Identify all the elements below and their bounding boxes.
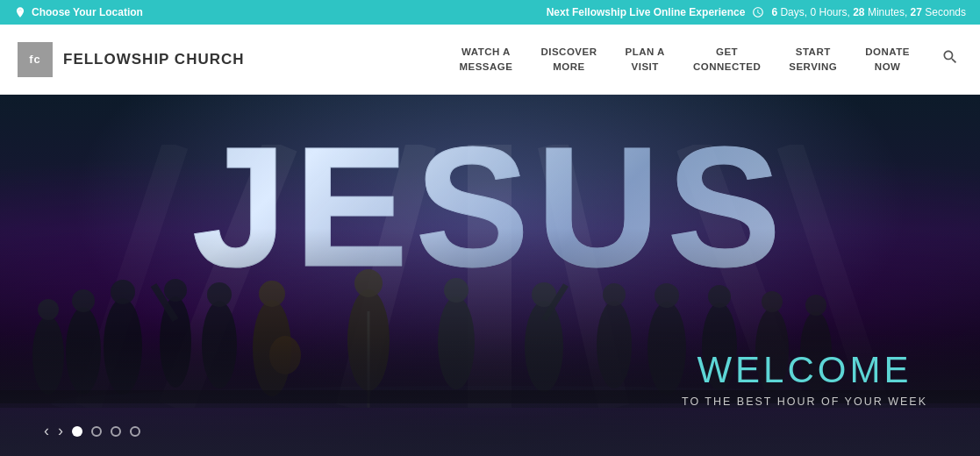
nav-menu: WATCH AMESSAGE DISCOVERMORE PLAN AVISIT … (459, 45, 962, 74)
seconds-label: Seconds (925, 6, 966, 18)
clock-icon (752, 6, 764, 18)
carousel-next-button[interactable]: › (58, 422, 63, 440)
nav-donate[interactable]: DONATENOW (865, 45, 910, 73)
nav-connected[interactable]: GETCONNECTED (693, 45, 761, 73)
hours-value: 0 (810, 6, 816, 18)
live-section: Next Fellowship Live Online Experience 6… (547, 6, 966, 18)
carousel-dot-1[interactable] (72, 426, 82, 437)
minutes-label: Minutes, (868, 6, 907, 18)
welcome-section: WELCOME TO THE BEST HOUR OF YOUR WEEK (682, 350, 927, 408)
search-icon (941, 48, 959, 66)
carousel-dot-2[interactable] (91, 426, 102, 437)
live-label: Next Fellowship Live Online Experience (547, 6, 746, 18)
carousel-prev-button[interactable]: ‹ (44, 422, 49, 440)
minutes-value: 28 (853, 6, 864, 18)
church-name: FELLOWSHIP CHURCH (63, 51, 245, 68)
welcome-subtitle: TO THE BEST HOUR OF YOUR WEEK (682, 395, 927, 408)
days-value: 6 (771, 6, 777, 18)
location-pin-icon (14, 6, 26, 18)
seconds-value: 27 (911, 6, 922, 18)
top-bar: Choose Your Location Next Fellowship Liv… (0, 0, 980, 25)
nav-watch[interactable]: WATCH AMESSAGE (459, 45, 512, 73)
carousel-dot-4[interactable] (130, 426, 140, 437)
nav-plan[interactable]: PLAN AVISIT (626, 45, 665, 73)
logo-section[interactable]: fc FELLOWSHIP CHURCH (18, 42, 245, 77)
search-button[interactable] (938, 45, 962, 74)
countdown: 6 Days, 0 Hours, 28 Minutes, 27 Seconds (771, 6, 966, 18)
carousel-dot-3[interactable] (111, 426, 121, 437)
hours-label: Hours, (819, 6, 850, 18)
location-label: Choose Your Location (32, 6, 143, 18)
carousel-controls: ‹ › (44, 422, 140, 440)
nav-serving[interactable]: STARTSERVING (789, 45, 837, 73)
header: fc FELLOWSHIP CHURCH WATCH AMESSAGE DISC… (0, 25, 980, 95)
hero-section: JESUS (0, 95, 980, 456)
nav-discover[interactable]: DISCOVERMORE (540, 45, 597, 73)
days-label: Days, (780, 6, 807, 18)
logo-initials: fc (29, 53, 41, 66)
logo-box: fc (18, 42, 53, 77)
location-section[interactable]: Choose Your Location (14, 6, 143, 18)
welcome-title: WELCOME (682, 350, 927, 390)
